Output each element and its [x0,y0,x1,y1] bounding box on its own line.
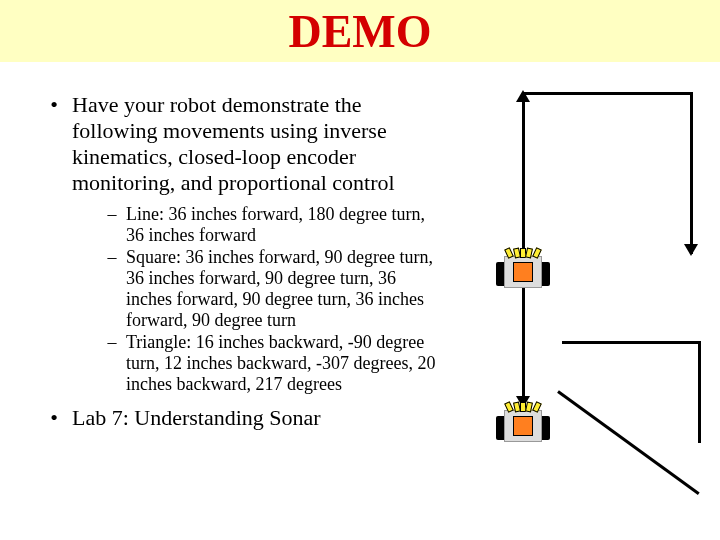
sub-item: – Line: 36 inches forward, 180 degree tu… [98,204,436,246]
dash-icon: – [98,247,126,331]
sub-text: Triangle: 16 inches backward, -90 degree… [126,332,436,395]
bullet-text: Have your robot demonstrate the followin… [72,92,436,196]
path-down [690,92,693,254]
robot-icon [500,404,546,444]
arrowhead-down-icon [684,244,698,256]
diagram-area [432,88,712,508]
sub-item: – Triangle: 16 inches backward, -90 degr… [98,332,436,395]
bullet-item: • Have your robot demonstrate the follow… [36,92,436,196]
bullet-text: Lab 7: Understanding Sonar [72,405,321,431]
content-area: • Have your robot demonstrate the follow… [36,92,436,437]
sub-text: Square: 36 inches forward, 90 degree tur… [126,247,436,331]
robot-core [513,262,533,282]
triangle-side [698,341,701,443]
bullet-icon: • [36,92,72,196]
path-down-2 [522,286,525,404]
bullet-icon: • [36,405,72,431]
triangle-side [562,341,700,344]
dash-icon: – [98,332,126,395]
sub-bullets: – Line: 36 inches forward, 180 degree tu… [98,204,436,395]
triangle-hypotenuse [557,390,700,495]
path-across [522,92,692,95]
sub-text: Line: 36 inches forward, 180 degree turn… [126,204,436,246]
path-up [522,92,525,254]
robot-icon [500,250,546,290]
dash-icon: – [98,204,126,246]
sub-item: – Square: 36 inches forward, 90 degree t… [98,247,436,331]
robot-core [513,416,533,436]
bullet-item: • Lab 7: Understanding Sonar [36,405,436,431]
title-bar: DEMO [0,0,720,62]
slide-title: DEMO [288,5,431,58]
